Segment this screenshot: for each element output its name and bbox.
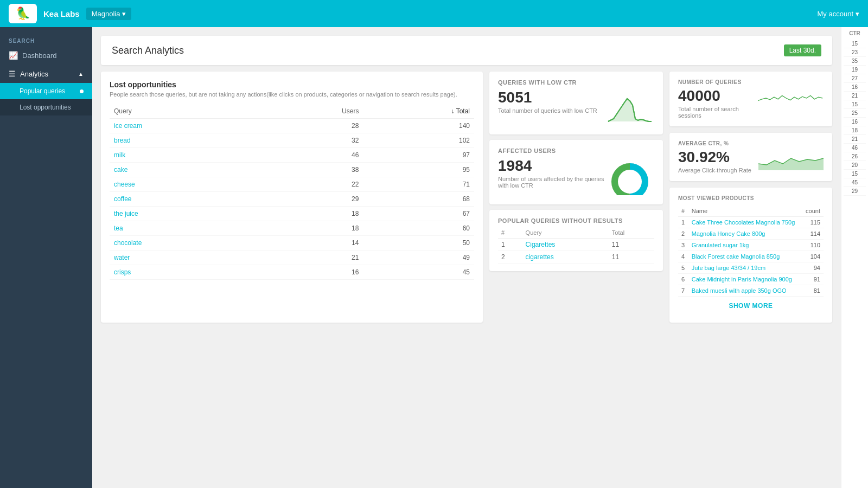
date-range-badge[interactable]: Last 30d. bbox=[784, 44, 821, 56]
table-row: crisps 16 45 bbox=[110, 265, 474, 280]
affected-users-desc: Number of users affected by the queries … bbox=[498, 176, 605, 189]
instance-selector[interactable]: Magnolia ▾ bbox=[86, 8, 132, 20]
query-link[interactable]: Cigarettes bbox=[522, 239, 609, 251]
table-row: milk 46 97 bbox=[110, 148, 474, 163]
product-name-link[interactable]: Baked muesli with apple 350g OGO bbox=[688, 285, 802, 297]
users-value: 46 bbox=[259, 148, 363, 163]
product-name-link[interactable]: Black Forest cake Magnolia 850g bbox=[688, 251, 802, 262]
sidebar-submenu: Popular queries Lost opportunities bbox=[0, 83, 92, 115]
show-more-button[interactable]: SHOW MORE bbox=[678, 297, 824, 315]
query-link[interactable]: tea bbox=[110, 221, 259, 236]
page-title: Search Analytics bbox=[112, 45, 184, 56]
list-item: 2 Magnolia Honey Cake 800g 114 bbox=[678, 228, 824, 240]
users-value: 22 bbox=[259, 177, 363, 192]
app-name: Kea Labs bbox=[43, 9, 80, 18]
product-name-link[interactable]: Magnolia Honey Cake 800g bbox=[688, 228, 802, 240]
middle-panel: QUERIES WITH LOW CTR 5051 Total number o… bbox=[489, 72, 663, 323]
nrt-col-num: # bbox=[498, 227, 522, 239]
total-value: 97 bbox=[363, 148, 474, 163]
row-num: 3 bbox=[678, 240, 688, 251]
account-menu[interactable]: My account ▾ bbox=[818, 10, 859, 18]
lost-opps-desc: People search those queries, but are not… bbox=[110, 91, 474, 98]
query-link[interactable]: cake bbox=[110, 163, 259, 177]
logo: 🦜 bbox=[9, 4, 37, 23]
donut-chart bbox=[605, 157, 654, 197]
total-value: 45 bbox=[363, 265, 474, 280]
most-viewed-label: MOST VIEWED PRODUCTS bbox=[678, 195, 824, 201]
list-item: 5 Jute bag large 43/34 / 19cm 94 bbox=[678, 262, 824, 274]
col-users: Users bbox=[259, 104, 363, 119]
main-layout: SEARCH 📈 Dashboard ☰ Analytics ▲ Popular… bbox=[0, 27, 868, 488]
nrt-col-total: Total bbox=[609, 227, 654, 239]
users-value: 32 bbox=[259, 133, 363, 148]
table-row: water 21 49 bbox=[110, 251, 474, 265]
query-link[interactable]: bread bbox=[110, 133, 259, 148]
ctr-value: 15 bbox=[844, 100, 866, 109]
lost-opps-title: Lost opportunities bbox=[110, 80, 474, 89]
sidebar-sub-item-popular-queries[interactable]: Popular queries bbox=[0, 83, 92, 99]
ctr-value: 15 bbox=[844, 40, 866, 48]
query-link[interactable]: chocolate bbox=[110, 236, 259, 251]
users-value: 18 bbox=[259, 221, 363, 236]
total-value: 95 bbox=[363, 163, 474, 177]
total-value: 140 bbox=[363, 119, 474, 133]
ctr-value: 21 bbox=[844, 92, 866, 100]
query-link[interactable]: cheese bbox=[110, 177, 259, 192]
table-row: cheese 22 71 bbox=[110, 177, 474, 192]
affected-users-value: 1984 bbox=[498, 157, 605, 175]
sidebar-item-dashboard[interactable]: 📈 Dashboard bbox=[0, 46, 92, 65]
avg-ctr-desc: Average Click-through Rate bbox=[678, 167, 751, 174]
total-value: 49 bbox=[363, 251, 474, 265]
count-value: 94 bbox=[802, 262, 824, 274]
num-queries-label: NUMBER OF QUERIES bbox=[678, 79, 824, 85]
most-viewed-table: # Name count 1 Cake Three Chocolates Mag… bbox=[678, 206, 824, 297]
row-num: 1 bbox=[498, 239, 522, 251]
query-link[interactable]: water bbox=[110, 251, 259, 265]
low-ctr-chart bbox=[605, 89, 654, 127]
query-link[interactable]: crisps bbox=[110, 265, 259, 280]
users-value: 21 bbox=[259, 251, 363, 265]
mv-col-name: Name bbox=[688, 206, 802, 217]
row-num: 1 bbox=[678, 217, 688, 228]
total-value: 102 bbox=[363, 133, 474, 148]
sidebar-section-label: SEARCH bbox=[0, 34, 92, 46]
list-item: 3 Granulated sugar 1kg 110 bbox=[678, 240, 824, 251]
avg-ctr-label: AVERAGE CTR, % bbox=[678, 140, 824, 146]
row-num: 2 bbox=[678, 228, 688, 240]
query-link[interactable]: cigarettes bbox=[522, 251, 609, 264]
product-name-link[interactable]: Cake Midnight in Paris Magnolia 900g bbox=[688, 274, 802, 285]
top-navigation: 🦜 Kea Labs Magnolia ▾ My account ▾ bbox=[0, 0, 868, 27]
list-item: 6 Cake Midnight in Paris Magnolia 900g 9… bbox=[678, 274, 824, 285]
query-link[interactable]: coffee bbox=[110, 192, 259, 207]
product-name-link[interactable]: Granulated sugar 1kg bbox=[688, 240, 802, 251]
query-link[interactable]: ice cream bbox=[110, 119, 259, 133]
dashboard-icon: 📈 bbox=[9, 51, 18, 60]
queries-sparkline bbox=[758, 87, 824, 109]
users-value: 28 bbox=[259, 119, 363, 133]
affected-users-label: AFFECTED USERS bbox=[498, 147, 654, 154]
list-item: 4 Black Forest cake Magnolia 850g 104 bbox=[678, 251, 824, 262]
table-row: cake 38 95 bbox=[110, 163, 474, 177]
product-name-link[interactable]: Cake Three Chocolates Magnolia 750g bbox=[688, 217, 802, 228]
count-value: 110 bbox=[802, 240, 824, 251]
sidebar-sub-item-lost-opportunities[interactable]: Lost opportunities bbox=[0, 99, 92, 115]
nrt-col-query: Query bbox=[522, 227, 609, 239]
low-ctr-label: QUERIES WITH LOW CTR bbox=[498, 79, 654, 86]
total-value: 67 bbox=[363, 207, 474, 221]
low-ctr-desc: Total number of queries with low CTR bbox=[498, 107, 597, 114]
users-value: 38 bbox=[259, 163, 363, 177]
sidebar-item-analytics[interactable]: ☰ Analytics ▲ bbox=[0, 65, 92, 83]
no-results-label: POPULAR QUERIES WITHOUT RESULTS bbox=[498, 217, 654, 224]
total-value: 68 bbox=[363, 192, 474, 207]
header-card: Search Analytics Last 30d. bbox=[101, 36, 832, 65]
product-name-link[interactable]: Jute bag large 43/34 / 19cm bbox=[688, 262, 802, 274]
query-link[interactable]: the juice bbox=[110, 207, 259, 221]
row-num: 4 bbox=[678, 251, 688, 262]
lost-opportunities-panel: Lost opportunities People search those q… bbox=[101, 72, 483, 323]
query-link[interactable]: milk bbox=[110, 148, 259, 163]
users-value: 14 bbox=[259, 236, 363, 251]
avg-ctr-card: AVERAGE CTR, % 30.92% Average Click-thro… bbox=[669, 133, 832, 181]
row-num: 2 bbox=[498, 251, 522, 264]
content-row: Lost opportunities People search those q… bbox=[101, 72, 832, 323]
no-results-table: # Query Total 1 Cigarettes 11 2 cigarett… bbox=[498, 227, 654, 264]
